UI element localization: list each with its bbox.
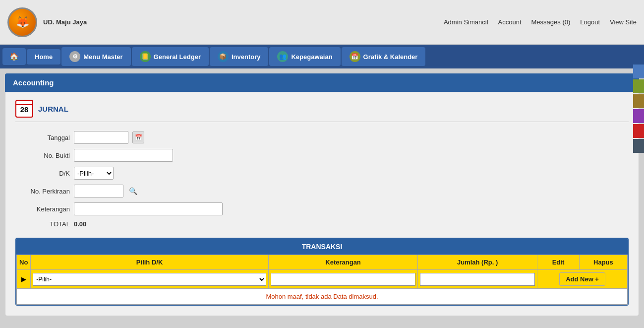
calendar-picker-btn[interactable]: 📅: [132, 131, 144, 143]
nobukti-label: No. Bukti: [15, 152, 70, 159]
norek-input[interactable]: [74, 185, 123, 197]
general-ledger-label: General Ledger: [154, 53, 201, 61]
row-jumlah-cell: [418, 270, 537, 289]
nav-home-icon[interactable]: 🏠: [2, 48, 26, 65]
transaksi-header: TRANSAKSI: [16, 239, 628, 255]
keterangan-row: Keterangan: [15, 202, 629, 215]
arrow-icon: ▶: [21, 275, 26, 283]
side-btn-dark[interactable]: [633, 139, 644, 153]
section-body: 28 JURNAL Tanggal 📅 No. Bukti D/K -Pilih…: [5, 92, 639, 316]
error-msg: Mohon maaf, tidak ada Data dimaksud.: [17, 289, 628, 305]
header: 🦊 UD. Maju Jaya Admin Simancil Account M…: [0, 0, 644, 45]
tanggal-label: Tanggal: [15, 134, 70, 141]
grafik-icon: 📅: [350, 51, 360, 62]
side-btn-red[interactable]: [633, 124, 644, 138]
transaksi-wrapper: TRANSAKSI No Pilih D/K Keterangan Jumlah…: [15, 238, 629, 306]
table-header-row: No Pilih D/K Keterangan Jumlah (Rp. ) Ed…: [17, 255, 628, 270]
col-pilih-dk: Pilih D/K: [31, 255, 269, 270]
nav-kepegawaian[interactable]: 👥 Kepegawaian: [269, 47, 340, 66]
row-arrow: ▶: [17, 270, 31, 289]
keterangan-input[interactable]: [74, 202, 223, 215]
inventory-icon: 📦: [218, 51, 229, 62]
add-new-btn[interactable]: Add New +: [559, 272, 605, 286]
dk-select[interactable]: -Pilih- Debit Kredit: [74, 167, 114, 180]
header-right: Admin Simancil Account Messages (0) Logo…: [444, 18, 637, 26]
col-hapus: Hapus: [579, 255, 627, 270]
side-btn-green[interactable]: [633, 79, 644, 93]
cal-day: 28: [20, 105, 29, 114]
total-row: TOTAL 0.00: [15, 220, 629, 228]
account-link[interactable]: Account: [498, 18, 522, 26]
admin-name: Admin Simancil: [444, 18, 488, 26]
logout-link[interactable]: Logout: [580, 18, 600, 26]
nav-menu-master[interactable]: ⚙ Menu Master: [61, 47, 130, 66]
keterangan-label: Keterangan: [15, 205, 70, 213]
inventory-label: Inventory: [232, 53, 261, 61]
grafik-kalender-label: Grafik & Kalender: [363, 53, 418, 61]
nobukti-input[interactable]: [74, 149, 173, 162]
error-row: Mohon maaf, tidak ada Data dimaksud.: [17, 289, 628, 305]
tanggal-row: Tanggal 📅: [15, 131, 629, 144]
gear-icon: ⚙: [69, 51, 80, 62]
logo: 🦊: [7, 7, 37, 37]
nav-home-btn[interactable]: Home: [27, 49, 60, 65]
row-keterangan-cell: [268, 270, 417, 289]
company-name: UD. Maju Jaya: [43, 18, 87, 26]
col-keterangan: Keterangan: [268, 255, 417, 270]
menu-master-label: Menu Master: [83, 53, 122, 61]
norek-search-btn[interactable]: 🔍: [127, 186, 138, 197]
total-label: TOTAL: [15, 220, 70, 228]
col-no: No: [17, 255, 31, 270]
messages-link[interactable]: Messages (0): [531, 18, 571, 26]
journal-title: JURNAL: [38, 105, 68, 113]
ledger-icon: 📒: [140, 51, 151, 62]
row-addnew-cell: Add New +: [537, 270, 628, 289]
total-value: 0.00: [74, 220, 86, 228]
table-row: ▶ -Pilih- Debit Kredit: [17, 270, 628, 289]
kepegawaian-icon: 👥: [277, 51, 288, 62]
row-dk-select[interactable]: -Pilih- Debit Kredit: [33, 273, 266, 286]
dk-row: D/K -Pilih- Debit Kredit: [15, 167, 629, 180]
tanggal-input[interactable]: [74, 131, 128, 144]
transaksi-table: No Pilih D/K Keterangan Jumlah (Rp. ) Ed…: [16, 255, 628, 305]
side-btn-brown[interactable]: [633, 94, 644, 108]
dk-label: D/K: [15, 170, 70, 177]
home-label: Home: [35, 53, 53, 61]
row-keterangan-input[interactable]: [271, 273, 415, 286]
kepegawaian-label: Kepegawaian: [291, 53, 332, 61]
viewsite-link[interactable]: View Site: [610, 18, 637, 26]
col-edit: Edit: [537, 255, 580, 270]
calendar-icon: 28: [15, 100, 33, 118]
side-panel: [633, 65, 644, 153]
side-btn-purple[interactable]: [633, 109, 644, 123]
norek-row: No. Perkiraan 🔍: [15, 185, 629, 197]
row-jumlah-input[interactable]: [420, 273, 535, 286]
nav-inventory[interactable]: 📦 Inventory: [210, 47, 269, 66]
header-left: 🦊 UD. Maju Jaya: [7, 7, 87, 37]
section-header: Accounting: [5, 73, 639, 92]
side-btn-blue[interactable]: [633, 65, 644, 78]
nobukti-row: No. Bukti: [15, 149, 629, 162]
col-jumlah: Jumlah (Rp. ): [418, 255, 537, 270]
nav-grafik-kalender[interactable]: 📅 Grafik & Kalender: [342, 47, 426, 66]
navbar: 🏠 Home ⚙ Menu Master 📒 General Ledger 📦 …: [0, 45, 644, 68]
nav-general-ledger[interactable]: 📒 General Ledger: [132, 47, 209, 66]
norek-label: No. Perkiraan: [15, 188, 70, 195]
journal-header: 28 JURNAL: [15, 100, 629, 122]
row-dk-cell: -Pilih- Debit Kredit: [31, 270, 269, 289]
content-wrapper: Accounting 28 JURNAL Tanggal 📅 No. Bukti…: [0, 68, 644, 321]
